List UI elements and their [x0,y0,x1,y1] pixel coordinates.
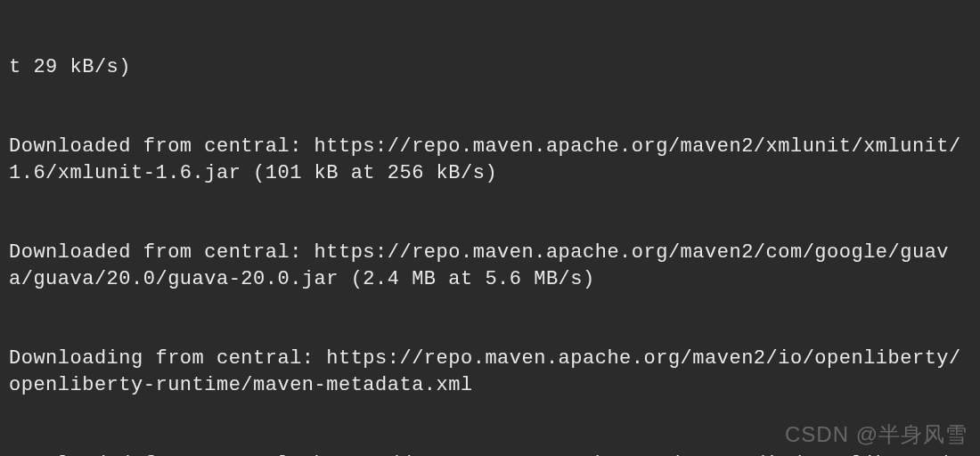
terminal-output: t 29 kB/s) Downloaded from central: http… [9,2,971,456]
terminal-line: Downloaded from central: https://repo.ma… [9,452,971,456]
terminal-line: Downloaded from central: https://repo.ma… [9,134,971,186]
watermark-text: CSDN @半身风雪 [785,420,968,449]
terminal-line: t 29 kB/s) [9,54,971,81]
terminal-line: Downloading from central: https://repo.m… [9,346,971,398]
terminal-line: Downloaded from central: https://repo.ma… [9,240,971,292]
